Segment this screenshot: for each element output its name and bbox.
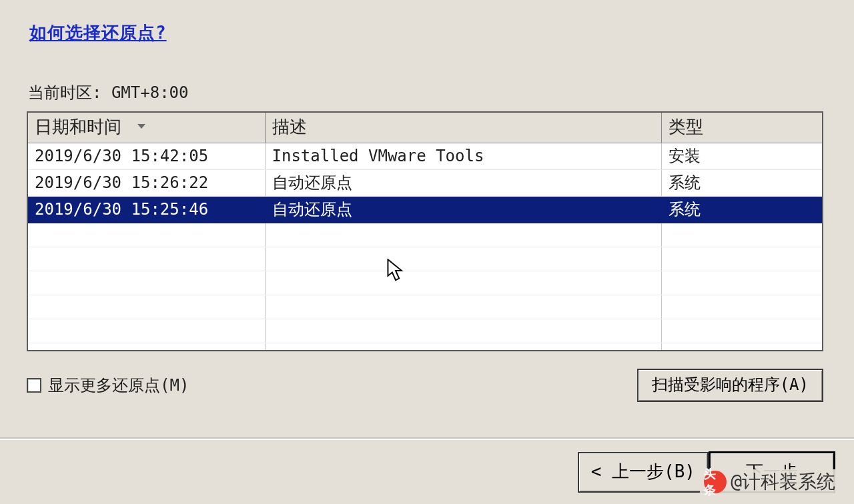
show-more-checkbox-label: 显示更多还原点(M) [48,375,189,396]
table-cell-date: 2019/6/30 15:25:46 [28,197,265,223]
table-row[interactable]: 2019/6/30 15:42:05Installed VMware Tools… [28,143,823,170]
table-cell-date: 2019/6/30 15:26:22 [28,170,265,197]
table-cell-type: 安装 [661,143,823,170]
table-cell-type: 系统 [661,170,823,197]
timezone-label: 当前时区: GMT+8:00 [28,82,827,103]
scan-affected-programs-button[interactable]: 扫描受影响的程序(A) [637,369,823,402]
table-row-empty [28,271,823,295]
table-cell-type: 系统 [661,197,823,223]
checkbox-icon [27,378,41,393]
table-row-empty [28,223,823,247]
show-more-checkbox[interactable]: 显示更多还原点(M) [27,375,189,396]
table-row-empty [28,247,823,271]
column-header-date[interactable]: 日期和时间 [28,113,265,143]
column-header-date-label: 日期和时间 [35,117,121,137]
table-row[interactable]: 2019/6/30 15:25:46自动还原点系统 [28,197,823,223]
table-cell-desc: Installed VMware Tools [265,143,661,170]
table-cell-desc: 自动还原点 [265,197,661,223]
column-header-description[interactable]: 描述 [265,113,661,143]
table-row-empty [28,319,823,343]
table-row-empty [28,295,823,319]
help-link[interactable]: 如何选择还原点? [29,21,167,45]
table-row-empty [28,343,823,352]
watermark-text: @计科装系统 [731,469,835,495]
back-button[interactable]: < 上一步(B) [578,452,709,493]
table-cell-desc: 自动还原点 [265,170,661,197]
column-header-type[interactable]: 类型 [661,113,823,143]
table-row[interactable]: 2019/6/30 15:26:22自动还原点系统 [28,170,823,197]
watermark-logo-icon: 头条 [704,471,727,493]
restore-points-table[interactable]: 日期和时间 描述 类型 2019/6/30 15:42:05Installed … [27,111,823,351]
watermark: 头条 @计科装系统 [700,469,835,495]
sort-descending-icon [137,124,145,129]
table-cell-date: 2019/6/30 15:42:05 [28,143,265,170]
